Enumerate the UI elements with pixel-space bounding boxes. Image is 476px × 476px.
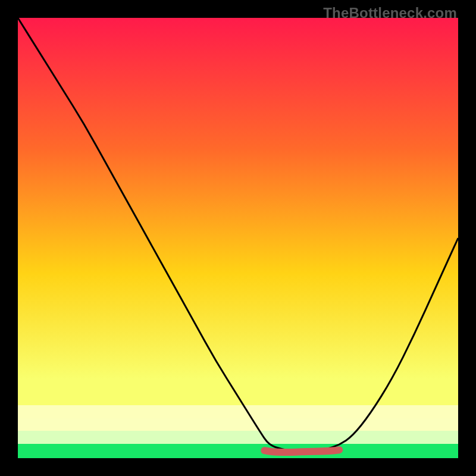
curve-layer <box>18 18 458 458</box>
accent-segment <box>264 450 339 452</box>
chart-frame: TheBottleneck.com <box>0 0 476 476</box>
plot-area <box>18 18 458 458</box>
bottleneck-curve <box>18 18 458 452</box>
